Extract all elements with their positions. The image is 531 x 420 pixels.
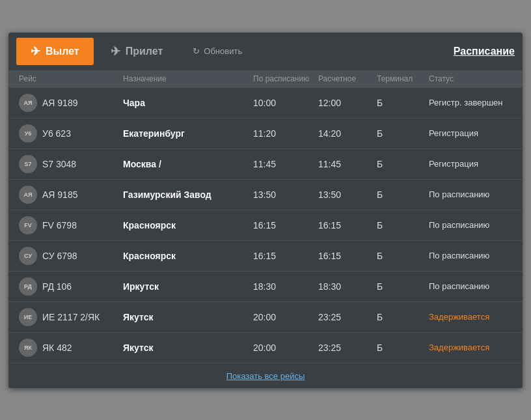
schedule-link[interactable]: Расписание [454, 46, 515, 57]
flight-number: РД 106 [42, 281, 72, 292]
airline-icon: СУ [19, 247, 37, 265]
flight-number: S7 3048 [42, 159, 76, 169]
table-header-row: Рейс Назначение По расписанию Расчетное … [8, 70, 523, 87]
refresh-button[interactable]: ↻ Обновить [193, 46, 242, 56]
estimated-time: 16:15 [318, 251, 377, 261]
destination-cell: Газимурский Завод [123, 189, 253, 200]
estimated-time: 23:25 [318, 312, 377, 322]
arrival-icon: ✈ [111, 44, 120, 59]
terminal-cell: Б [377, 312, 429, 322]
airline-icon: ЯК [19, 339, 37, 357]
terminal-cell: Б [377, 98, 429, 108]
refresh-icon: ↻ [193, 46, 200, 56]
table-row[interactable]: РД РД 106 Иркутск 18:30 18:30 Б По распи… [8, 271, 523, 301]
flight-number-cell: ИЕ ИЕ 2117 2/ЯК [19, 308, 123, 326]
status-badge: Регистр. завершен [429, 98, 512, 107]
col-header-terminal: Терминал [377, 74, 429, 83]
airline-icon: РД [19, 277, 37, 296]
destination-cell: Красноярск [123, 251, 253, 261]
terminal-cell: Б [377, 189, 429, 200]
table-row[interactable]: У6 У6 623 Екатеринбург 11:20 14:20 Б Рег… [8, 118, 523, 148]
scheduled-time: 10:00 [253, 98, 318, 108]
estimated-time: 13:50 [318, 189, 377, 200]
tab-departure[interactable]: ✈ Вылет [16, 38, 94, 65]
flight-number-cell: АЯ АЯ 9189 [19, 94, 123, 112]
destination-cell: Якутск [123, 312, 253, 322]
destination-cell: Екатеринбург [123, 128, 253, 139]
flight-number: ЯК 482 [42, 343, 72, 353]
col-header-status: Статус [429, 74, 512, 83]
refresh-label: Обновить [204, 46, 242, 56]
status-badge: По расписанию [429, 281, 512, 291]
flight-number: FV 6798 [42, 220, 77, 231]
airline-icon: FV [19, 216, 37, 234]
table-row[interactable]: АЯ АЯ 9189 Чара 10:00 12:00 Б Регистр. з… [8, 87, 523, 118]
destination-cell: Москва / [123, 159, 253, 169]
flight-number: АЯ 9185 [42, 189, 77, 200]
show-all-link[interactable]: Показать все рейсы [226, 371, 305, 381]
status-badge: По расписанию [429, 251, 512, 260]
scheduled-time: 11:45 [253, 159, 318, 169]
scheduled-time: 20:00 [253, 343, 318, 353]
scheduled-time: 16:15 [253, 251, 318, 261]
scheduled-time: 18:30 [253, 281, 318, 292]
destination-cell: Чара [123, 98, 253, 108]
departure-icon: ✈ [31, 44, 40, 59]
terminal-cell: Б [377, 251, 429, 261]
status-badge: Регистрация [429, 128, 512, 138]
estimated-time: 23:25 [318, 343, 377, 353]
status-badge: По расписанию [429, 189, 512, 199]
col-header-estimated: Расчетное [318, 74, 377, 83]
flight-board: ✈ Вылет ✈ Прилет ↻ Обновить Расписание Р… [8, 33, 523, 388]
estimated-time: 11:45 [318, 159, 377, 169]
estimated-time: 14:20 [318, 128, 377, 139]
col-header-scheduled: По расписанию [253, 74, 318, 83]
flight-number-cell: ЯК ЯК 482 [19, 339, 123, 357]
col-header-destination: Назначение [123, 74, 253, 83]
flight-number: ИЕ 2117 2/ЯК [42, 312, 100, 322]
airline-icon: У6 [19, 124, 37, 143]
airline-icon: АЯ [19, 186, 37, 204]
flight-number-cell: РД РД 106 [19, 277, 123, 296]
table-row[interactable]: ИЕ ИЕ 2117 2/ЯК Якутск 20:00 23:25 Б Зад… [8, 301, 523, 332]
estimated-time: 18:30 [318, 281, 377, 292]
table-row[interactable]: S7 S7 3048 Москва / 11:45 11:45 Б Регист… [8, 148, 523, 179]
tab-arrival[interactable]: ✈ Прилет [96, 38, 178, 65]
flight-number-cell: У6 У6 623 [19, 124, 123, 143]
airline-icon: ИЕ [19, 308, 37, 326]
flight-number-cell: S7 S7 3048 [19, 155, 123, 173]
status-badge: По расписанию [429, 220, 512, 230]
terminal-cell: Б [377, 343, 429, 353]
scheduled-time: 11:20 [253, 128, 318, 139]
scheduled-time: 20:00 [253, 312, 318, 322]
destination-cell: Якутск [123, 343, 253, 353]
status-badge: Задерживается [429, 312, 512, 322]
flights-list: АЯ АЯ 9189 Чара 10:00 12:00 Б Регистр. з… [8, 87, 523, 363]
table-row[interactable]: АЯ АЯ 9185 Газимурский Завод 13:50 13:50… [8, 179, 523, 210]
airline-icon: S7 [19, 155, 37, 173]
flight-number: У6 623 [42, 128, 71, 139]
status-badge: Регистрация [429, 159, 512, 169]
terminal-cell: Б [377, 128, 429, 139]
scheduled-time: 13:50 [253, 189, 318, 200]
flight-number: СУ 6798 [42, 251, 77, 261]
flight-number-cell: СУ СУ 6798 [19, 247, 123, 265]
tab-departure-label: Вылет [46, 46, 79, 57]
tab-arrival-label: Прилет [126, 46, 163, 57]
footer: Показать все рейсы [8, 363, 523, 388]
table-row[interactable]: ЯК ЯК 482 Якутск 20:00 23:25 Б Задержива… [8, 332, 523, 363]
scheduled-time: 16:15 [253, 220, 318, 231]
flight-number-cell: АЯ АЯ 9185 [19, 186, 123, 204]
table-row[interactable]: FV FV 6798 Красноярск 16:15 16:15 Б По р… [8, 210, 523, 240]
terminal-cell: Б [377, 220, 429, 231]
estimated-time: 12:00 [318, 98, 377, 108]
flight-number: АЯ 9189 [42, 98, 77, 108]
table-row[interactable]: СУ СУ 6798 Красноярск 16:15 16:15 Б По р… [8, 240, 523, 271]
flight-number-cell: FV FV 6798 [19, 216, 123, 234]
terminal-cell: Б [377, 159, 429, 169]
terminal-cell: Б [377, 281, 429, 292]
estimated-time: 16:15 [318, 220, 377, 231]
status-badge: Задерживается [429, 343, 512, 352]
airline-icon: АЯ [19, 94, 37, 112]
col-header-flight: Рейс [19, 74, 123, 83]
